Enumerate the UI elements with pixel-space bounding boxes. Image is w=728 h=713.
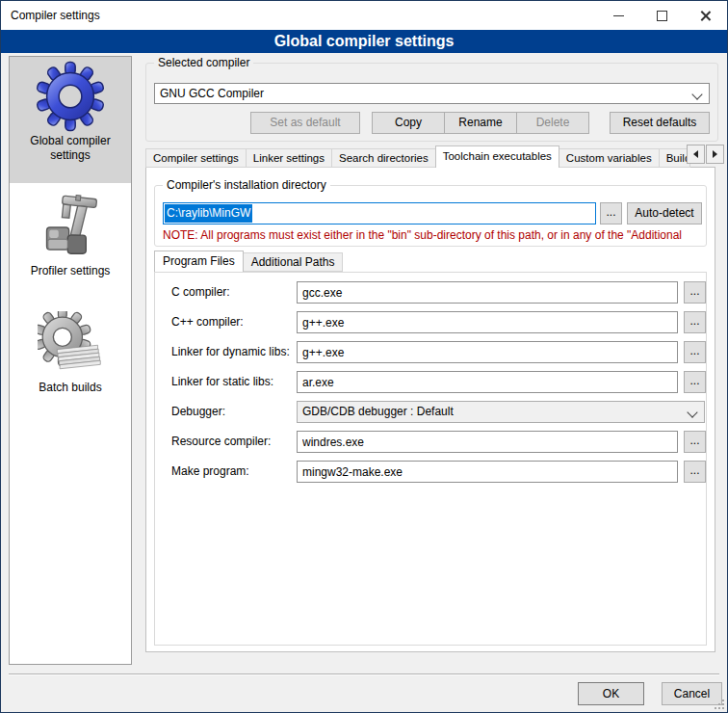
- program-files-panel: C compiler: ... C++ compiler: ... Linker…: [154, 272, 707, 646]
- debugger-select[interactable]: GDB/CDB debugger : Default: [297, 401, 705, 423]
- static-linker-label: Linker for static libs:: [171, 371, 295, 393]
- batch-gear-icon: [38, 311, 103, 379]
- settings-tabs: Compiler settings Linker settings Search…: [145, 145, 689, 168]
- sidebar-item-label: Profiler settings: [10, 264, 131, 278]
- chevron-down-icon: [687, 407, 697, 417]
- window-controls: [597, 1, 727, 30]
- form-row: Make program: ...: [155, 461, 706, 483]
- debugger-select-value: GDB/CDB debugger : Default: [302, 405, 454, 418]
- resize-grip-icon[interactable]: [715, 700, 724, 709]
- ok-button[interactable]: OK: [578, 682, 644, 705]
- footer-divider: [9, 673, 719, 675]
- title-bar[interactable]: Compiler settings: [1, 1, 727, 30]
- tab-compiler-settings[interactable]: Compiler settings: [145, 148, 247, 168]
- make-program-browse-button[interactable]: ...: [684, 461, 706, 483]
- tab-scroll-right-button[interactable]: [706, 145, 724, 164]
- arrow-left-icon: [693, 150, 698, 158]
- selected-text: C:\raylib\MinGW: [165, 204, 252, 223]
- sidebar-item-batch-builds[interactable]: Batch builds: [10, 307, 131, 404]
- installation-directory-input[interactable]: C:\raylib\MinGW: [163, 202, 596, 224]
- chevron-down-icon: [691, 89, 702, 99]
- sidebar-item-profiler-settings[interactable]: Profiler settings: [10, 189, 131, 285]
- static-linker-browse-button[interactable]: ...: [684, 371, 706, 393]
- resource-compiler-input[interactable]: [297, 431, 678, 453]
- cancel-button[interactable]: Cancel: [662, 682, 722, 705]
- arrow-right-icon: [713, 150, 717, 158]
- installation-directory-group: Compiler's installation directory C:\ray…: [154, 185, 707, 247]
- toolchain-subtabs: Program Files Additional Paths: [154, 251, 342, 272]
- maximize-icon: [657, 11, 667, 21]
- tab-search-directories[interactable]: Search directories: [331, 148, 436, 168]
- page-title: Global compiler settings: [1, 30, 727, 53]
- dynamic-linker-label: Linker for dynamic libs:: [171, 341, 295, 363]
- settings-category-sidebar: Global compiler settings: [9, 56, 132, 665]
- c-compiler-input[interactable]: [297, 281, 678, 304]
- window-title: Compiler settings: [11, 1, 100, 30]
- reset-defaults-button[interactable]: Reset defaults: [610, 112, 710, 134]
- compiler-select-value: GNU GCC Compiler: [160, 87, 264, 100]
- bin-subdirectory-note: NOTE: All programs must exist either in …: [163, 228, 704, 242]
- compiler-select[interactable]: GNU GCC Compiler: [154, 83, 710, 104]
- cpp-compiler-label: C++ compiler:: [171, 311, 295, 333]
- subtab-additional-paths[interactable]: Additional Paths: [243, 252, 344, 272]
- maximize-button[interactable]: [640, 1, 684, 30]
- form-row: Resource compiler: ...: [155, 431, 706, 453]
- compiler-settings-dialog: Compiler settings Global compiler settin…: [0, 0, 728, 713]
- group-label: Compiler's installation directory: [163, 178, 330, 193]
- tab-scroll-left-button[interactable]: [687, 145, 705, 164]
- group-label: Selected compiler: [154, 56, 253, 70]
- rename-button[interactable]: Rename: [444, 112, 517, 134]
- sidebar-item-label: Batch builds: [10, 381, 131, 395]
- close-icon: [700, 11, 711, 21]
- dynamic-linker-input[interactable]: [297, 341, 678, 363]
- dynamic-linker-browse-button[interactable]: ...: [684, 341, 706, 363]
- tab-linker-settings[interactable]: Linker settings: [246, 148, 332, 168]
- delete-button[interactable]: Delete: [516, 112, 589, 134]
- close-button[interactable]: [684, 1, 727, 30]
- cpp-compiler-input[interactable]: [297, 311, 678, 333]
- toolchain-executables-page: Compiler's installation directory C:\ray…: [145, 167, 715, 652]
- minimize-icon: [613, 15, 624, 16]
- static-linker-input[interactable]: [297, 371, 678, 393]
- compiler-actions: Set as default Copy Rename Delete Reset …: [250, 112, 710, 134]
- make-program-input[interactable]: [297, 461, 678, 483]
- sidebar-item-global-compiler-settings[interactable]: Global compiler settings: [10, 57, 131, 183]
- blue-gear-icon: [35, 61, 106, 132]
- auto-detect-button[interactable]: Auto-detect: [627, 202, 702, 224]
- form-row: C compiler: ...: [155, 281, 706, 304]
- tab-scroll-controls: [686, 145, 724, 164]
- tab-custom-variables[interactable]: Custom variables: [559, 148, 660, 168]
- sidebar-item-label: Global compiler settings: [10, 134, 131, 163]
- c-compiler-browse-button[interactable]: ...: [684, 281, 706, 304]
- tab-toolchain-executables[interactable]: Toolchain executables: [435, 145, 559, 168]
- form-row: Debugger: GDB/CDB debugger : Default: [155, 401, 706, 423]
- caliper-icon: [38, 193, 103, 262]
- browse-directory-button[interactable]: ...: [600, 202, 622, 224]
- cpp-compiler-browse-button[interactable]: ...: [684, 311, 706, 333]
- minimize-button[interactable]: [597, 1, 640, 30]
- resource-compiler-label: Resource compiler:: [171, 431, 295, 453]
- selected-compiler-group: Selected compiler GNU GCC Compiler Set a…: [145, 63, 718, 142]
- form-row: Linker for dynamic libs: ...: [155, 341, 706, 363]
- debugger-label: Debugger:: [171, 401, 295, 423]
- form-row: Linker for static libs: ...: [155, 371, 706, 393]
- c-compiler-label: C compiler:: [171, 281, 295, 304]
- subtab-program-files[interactable]: Program Files: [154, 251, 244, 272]
- resource-compiler-browse-button[interactable]: ...: [684, 431, 706, 453]
- set-as-default-button[interactable]: Set as default: [250, 112, 360, 134]
- form-row: C++ compiler: ...: [155, 311, 706, 333]
- make-program-label: Make program:: [171, 461, 295, 483]
- copy-button[interactable]: Copy: [372, 112, 445, 134]
